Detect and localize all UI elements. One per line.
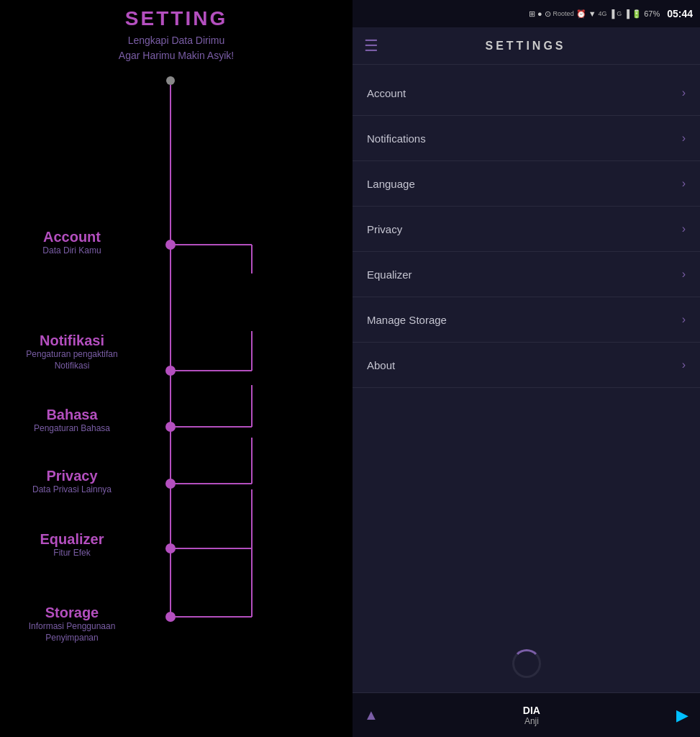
chevron-icon-account: › <box>682 86 686 99</box>
4g-label: 4G <box>599 10 607 17</box>
hamburger-button[interactable]: ☰ <box>364 37 378 55</box>
menu-label-equalizer: Equalizer <box>367 268 682 281</box>
g-label: G <box>617 10 622 17</box>
chevron-icon-equalizer: › <box>682 268 686 281</box>
whatsapp-icon: ● <box>537 9 542 18</box>
menu-label-manage-storage: Manage Storage <box>367 314 682 326</box>
chevron-icon-notifications: › <box>682 132 686 145</box>
rooted-label: Rooted <box>553 10 574 17</box>
menu-item-equalizer[interactable]: Equalizer › <box>353 252 700 297</box>
status-icons: ⊞ ● ⊙ Rooted ⏰ ▼ 4G ▐ G ▐ 🔋 67% <box>529 9 660 19</box>
player-title: DIA <box>387 705 676 716</box>
player-play-button[interactable]: ▶ <box>676 706 688 725</box>
battery-percent: 67% <box>644 9 660 18</box>
menu-label-privacy: Privacy <box>367 223 682 235</box>
player-info: DIA Anji <box>387 705 676 726</box>
menu-item-account[interactable]: Account › <box>353 71 700 116</box>
label-account: Account Data Diri Kamu <box>0 229 144 257</box>
chevron-icon-manage-storage: › <box>682 313 686 326</box>
menu-item-manage-storage[interactable]: Manage Storage › <box>353 297 700 343</box>
page-title: SETTINGS <box>390 40 661 53</box>
svg-point-0 <box>166 76 175 85</box>
label-storage: Storage Informasi PenggunaanPenyimpanan <box>0 605 144 643</box>
player-artist: Anji <box>387 716 676 726</box>
menu-item-privacy[interactable]: Privacy › <box>353 207 700 252</box>
menu-item-about[interactable]: About › <box>353 343 700 388</box>
menu-list: Account › Notifications › Language › Pri… <box>353 65 700 635</box>
status-bar: ⊞ ● ⊙ Rooted ⏰ ▼ 4G ▐ G ▐ 🔋 67% 05:44 <box>353 0 700 27</box>
menu-label-notifications: Notifications <box>367 132 682 145</box>
label-privacy: Privacy Data Privasi Lainnya <box>0 468 144 496</box>
label-equalizer: Equalizer Fitur Efek <box>0 531 144 559</box>
player-prev-button[interactable]: ▲ <box>364 707 378 723</box>
status-time: 05:44 <box>667 8 693 19</box>
battery-icon: 🔋 <box>632 9 642 19</box>
diagram-area: SETTING Lengkapi Data Dirimu Agar Harimu… <box>0 0 353 737</box>
chevron-icon-language: › <box>682 177 686 190</box>
phone-screen: ⊞ ● ⊙ Rooted ⏰ ▼ 4G ▐ G ▐ 🔋 67% 05:44 ☰ … <box>353 0 700 737</box>
wifi-icon: ▼ <box>588 9 596 18</box>
label-bahasa: Bahasa Pengaturan Bahasa <box>0 407 144 435</box>
menu-item-language[interactable]: Language › <box>353 161 700 207</box>
alarm-icon: ⏰ <box>576 9 586 19</box>
chevron-icon-privacy: › <box>682 222 686 235</box>
chevron-icon-about: › <box>682 358 686 371</box>
menu-label-language: Language <box>367 178 682 190</box>
signal-bar1: ▐ <box>609 9 615 18</box>
menu-label-account: Account <box>367 87 682 99</box>
menu-label-about: About <box>367 359 682 371</box>
loading-spinner <box>512 649 541 678</box>
bbm-icon: ⊞ <box>529 9 535 19</box>
app-header: ☰ SETTINGS <box>353 27 700 65</box>
loading-spinner-area <box>353 635 700 692</box>
label-notifikasi: Notifikasi Pengaturan pengaktifanNotifik… <box>0 333 144 371</box>
shield-icon: ⊙ <box>545 9 551 19</box>
signal-bar2: ▐ <box>624 9 629 18</box>
menu-item-notifications[interactable]: Notifications › <box>353 116 700 161</box>
mini-player[interactable]: ▲ DIA Anji ▶ <box>353 692 700 737</box>
